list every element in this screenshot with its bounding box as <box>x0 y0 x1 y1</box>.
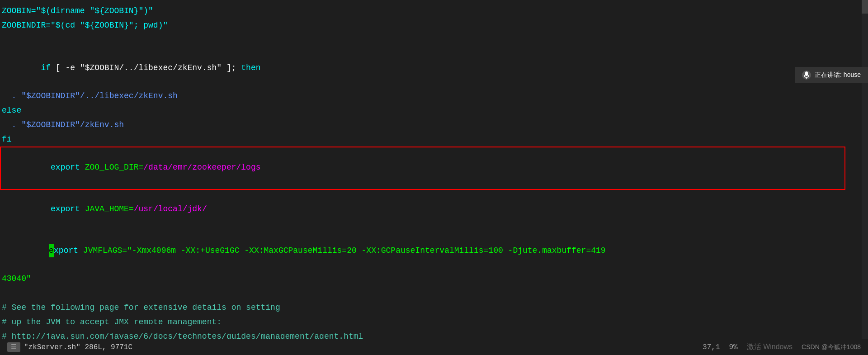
activate-windows-text: 激活 Windows <box>747 342 793 352</box>
csdn-text: CSDN @今狐冲1008 <box>802 343 861 351</box>
code-line-11: export JVMFLAGS="-Xmx4096m -XX:+UseG1GC … <box>0 230 868 271</box>
code-line-9: export ZOO_LOG_DIR=/data/emr/zookeeper/l… <box>0 147 868 188</box>
scroll-percent: 9% <box>729 343 738 351</box>
code-line-8: fi <box>0 132 868 147</box>
file-info: "zkServer.sh" 286L, 9771C <box>24 343 132 351</box>
status-bar: ☰ "zkServer.sh" 286L, 9771C 37,1 9% 激活 W… <box>0 339 868 355</box>
code-line-5: . "$ZOOBINDIR"/../libexec/zkEnv.sh <box>0 89 868 103</box>
list-button[interactable]: ☰ <box>7 342 20 352</box>
cursor: e <box>49 244 54 257</box>
code-line-10: export JAVA_HOME=/usr/local/jdk/ <box>0 188 868 230</box>
status-right: 37,1 9% 激活 Windows CSDN @今狐冲1008 <box>703 342 861 352</box>
editor-area: ZOOBIN="$(dirname "${ZOOBIN}")" ZOOBINDI… <box>0 0 868 355</box>
code-line-14: # up the JVM to accept JMX remote manage… <box>0 315 868 329</box>
voice-notification: 正在讲话: house <box>795 67 868 83</box>
code-line-3 <box>0 33 868 47</box>
scrollbar[interactable] <box>862 0 868 355</box>
microphone-icon <box>802 71 811 80</box>
code-line-1: ZOOBIN="$(dirname "${ZOOBIN}")" <box>0 4 868 18</box>
code-line-6: else <box>0 103 868 118</box>
status-left: ☰ "zkServer.sh" 286L, 9771C <box>7 342 132 352</box>
cursor-position: 37,1 <box>703 343 720 351</box>
scrollbar-thumb[interactable] <box>862 0 868 14</box>
code-line-11-cont: 43040" <box>0 271 868 286</box>
code-line-2: ZOOBINDIR="$(cd "${ZOOBIN}"; pwd)" <box>0 18 868 33</box>
highlighted-block: export ZOO_LOG_DIR=/data/emr/zookeeper/l… <box>0 147 868 286</box>
code-line-13: # See the following page for extensive d… <box>0 300 868 315</box>
code-line-4: if [ -e "$ZOOBIN/../libexec/zkEnv.sh" ];… <box>0 47 868 89</box>
svg-rect-0 <box>805 71 808 76</box>
voice-text: 正在讲话: house <box>815 71 861 79</box>
code-line-12 <box>0 286 868 300</box>
code-line-7: . "$ZOOBINDIR"/zkEnv.sh <box>0 118 868 132</box>
